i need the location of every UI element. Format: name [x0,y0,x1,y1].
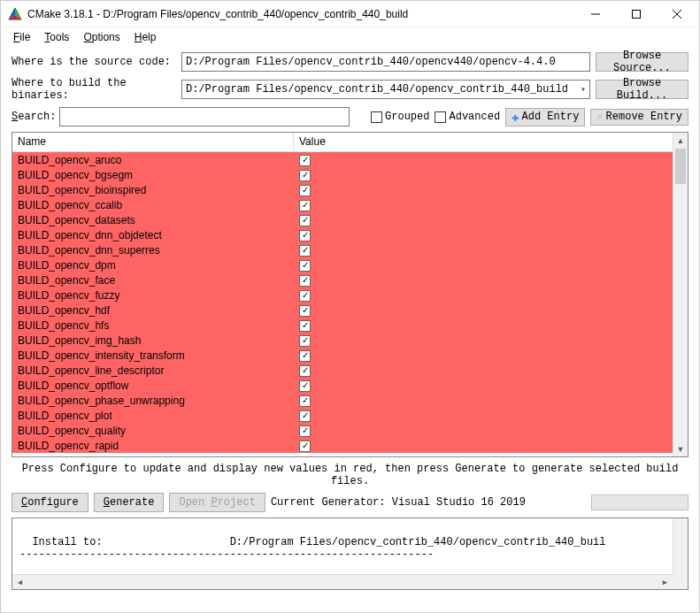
cache-entry-name: BUILD_opencv_dnn_superres [12,244,294,257]
advanced-checkbox[interactable]: Advanced [435,111,500,123]
cache-entry-name: BUILD_opencv_img_hash [12,334,294,347]
table-row[interactable]: BUILD_opencv_intensity_transform✓ [12,348,673,363]
cache-entry-value[interactable]: ✓ [294,409,673,422]
cache-entry-name: BUILD_opencv_dpm [12,259,294,272]
cache-entry-value[interactable]: ✓ [294,273,673,287]
table-row[interactable]: BUILD_opencv_dpm✓ [12,257,673,272]
cache-entry-value[interactable]: ✓ [294,349,673,362]
add-entry-button[interactable]: ✚Add Entry [505,108,585,126]
cache-entry-name: BUILD_opencv_bgsegm [12,169,294,181]
menubar: File Tools Options Help [1,27,699,47]
maximize-button[interactable] [616,1,657,27]
build-binaries-combo[interactable]: D:/Program Files/opencv_contrib_440/open… [181,80,590,99]
checkbox-icon: ✓ [299,425,311,437]
scroll-right-icon: ▶ [658,575,673,590]
cache-entry-value[interactable]: ✓ [294,243,673,257]
column-name[interactable]: Name [12,133,294,151]
checkbox-icon: ✓ [299,215,311,226]
cache-entry-value[interactable]: ✓ [294,394,673,407]
open-project-button[interactable]: Open Project [169,493,265,512]
minimize-button[interactable] [575,1,616,27]
cache-entry-name: BUILD_opencv_dnn_objdetect [12,229,294,241]
table-row[interactable]: BUILD_opencv_aruco✓ [12,152,673,167]
checkbox-icon: ✓ [299,365,311,377]
table-row[interactable]: BUILD_opencv_hdf✓ [12,303,673,318]
cache-entry-name: BUILD_opencv_optflow [12,379,294,392]
checkbox-icon [435,111,446,123]
search-input[interactable] [59,107,350,126]
cache-entry-value[interactable]: ✓ [294,258,673,272]
table-row[interactable]: BUILD_opencv_plot✓ [12,408,673,423]
minimize-icon [591,10,600,19]
table-row[interactable]: BUILD_opencv_dnn_objdetect✓ [12,227,673,242]
menu-help[interactable]: Help [129,29,162,45]
table-row[interactable]: BUILD_opencv_phase_unwrapping✓ [12,393,673,408]
vertical-scrollbar[interactable]: ▲ ▼ [673,133,688,456]
table-row[interactable]: BUILD_opencv_quality✓ [12,423,673,438]
cache-entry-name: BUILD_opencv_hfs [12,319,294,332]
table-row[interactable]: BUILD_opencv_bgsegm✓ [12,167,673,182]
close-button[interactable] [657,1,697,27]
table-row[interactable]: BUILD_opencv_fuzzy✓ [12,287,673,303]
search-label: Search: [12,111,54,123]
configure-button[interactable]: Configure [12,493,88,512]
checkbox-icon: ✓ [299,155,311,166]
cache-entry-value[interactable]: ✓ [294,198,673,211]
cache-entry-name: BUILD_opencv_intensity_transform [12,349,294,362]
table-row[interactable]: BUILD_opencv_face✓ [12,272,673,287]
maximize-icon [632,10,641,19]
checkbox-icon: ✓ [299,395,311,407]
table-row[interactable]: BUILD_opencv_img_hash✓ [12,333,673,348]
cache-entry-value[interactable]: ✓ [294,153,673,166]
cache-entry-value[interactable]: ✓ [294,303,673,317]
grouped-checkbox[interactable]: Grouped [371,111,429,123]
table-row[interactable]: BUILD_opencv_line_descriptor✓ [12,363,673,378]
checkbox-icon: ✓ [299,320,311,332]
scroll-up-icon: ▲ [673,133,688,148]
cache-entry-name: BUILD_opencv_ccalib [12,199,294,211]
source-code-input[interactable] [181,52,590,72]
table-row[interactable]: BUILD_opencv_dnn_superres✓ [12,242,673,257]
cache-entry-name: BUILD_opencv_line_descriptor [12,364,294,377]
scroll-thumb[interactable] [675,149,686,184]
cache-entry-name: BUILD_opencv_plot [12,410,294,422]
generate-button[interactable]: Generate [94,493,165,512]
close-icon [673,10,681,19]
vertical-scrollbar[interactable] [673,518,688,574]
checkbox-icon: ✓ [299,441,311,452]
build-binaries-value: D:/Program Files/opencv_contrib_440/open… [186,83,568,96]
menu-options[interactable]: Options [78,29,125,45]
table-row[interactable]: BUILD_opencv_rapid✓ [12,438,673,453]
checkbox-icon: ✓ [299,275,311,287]
cache-entry-value[interactable]: ✓ [294,213,673,226]
cache-entry-value[interactable]: ✓ [294,364,673,377]
checkbox-icon: ✓ [299,245,311,257]
cache-entry-value[interactable]: ✓ [294,318,673,332]
cache-entry-value[interactable]: ✓ [294,379,673,392]
table-row[interactable]: BUILD_opencv_hfs✓ [12,318,673,333]
cache-entry-name: BUILD_opencv_aruco [12,154,294,166]
table-row[interactable]: BUILD_opencv_bioinspired✓ [12,182,673,197]
cache-entry-value[interactable]: ✓ [294,333,673,347]
cache-entry-value[interactable]: ✓ [294,183,673,196]
cache-entry-name: BUILD_opencv_face [12,274,294,287]
cache-entry-value[interactable]: ✓ [294,168,673,181]
plus-icon: ✚ [512,110,519,125]
browse-build-button[interactable]: Browse Build... [596,80,688,99]
cache-entry-value[interactable]: ✓ [294,424,673,437]
cache-entry-value[interactable]: ✓ [294,288,673,302]
browse-source-button[interactable]: Browse Source... [596,52,688,72]
titlebar: CMake 3.18.1 - D:/Program Files/opencv_c… [1,1,699,27]
horizontal-scrollbar[interactable]: ◀ ▶ [12,574,673,589]
cache-entry-value[interactable]: ✓ [294,228,673,241]
window-title: CMake 3.18.1 - D:/Program Files/opencv_c… [27,8,575,20]
table-row[interactable]: BUILD_opencv_optflow✓ [12,378,673,393]
remove-entry-button[interactable]: ✖Remove Entry [590,109,688,126]
menu-file[interactable]: File [8,29,35,45]
table-row[interactable]: BUILD_opencv_ccalib✓ [12,197,673,212]
table-row[interactable]: BUILD_opencv_datasets✓ [12,212,673,227]
cache-entry-value[interactable]: ✓ [294,439,673,452]
menu-tools[interactable]: Tools [39,29,74,45]
column-value[interactable]: Value [294,133,673,151]
checkbox-icon: ✓ [299,410,311,422]
